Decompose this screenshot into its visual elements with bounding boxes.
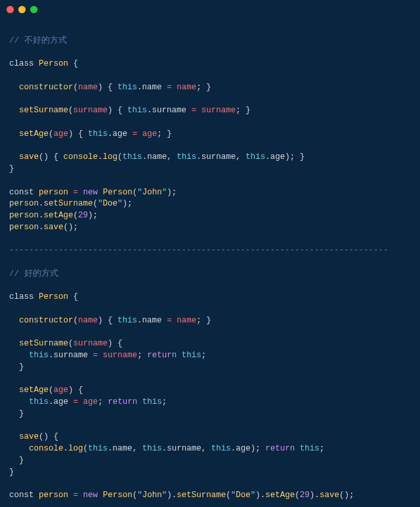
separator-line: ----------------------------------------…: [9, 246, 388, 255]
param-name: name: [78, 83, 98, 92]
method-save: save: [19, 152, 39, 162]
comment-good-line: // 好的方式: [9, 269, 58, 278]
method-setsurname: setSurname: [19, 106, 68, 115]
keyword-class: class: [9, 59, 34, 68]
keyword-return: return: [147, 351, 177, 360]
method-constructor: constructor: [19, 83, 74, 92]
class-name: Person: [39, 59, 68, 68]
comment-bad-line: // 不好的方式: [9, 36, 67, 45]
keyword-this: this: [117, 83, 137, 92]
close-icon[interactable]: [7, 6, 14, 13]
maximize-icon[interactable]: [30, 6, 37, 13]
window-titlebar: [0, 0, 420, 18]
keyword-const: const: [9, 188, 34, 197]
minimize-icon[interactable]: [18, 6, 26, 13]
code-block: // 不好的方式 class Person { constructor(name…: [0, 18, 420, 507]
method-setage: setAge: [19, 129, 49, 139]
keyword-new: new: [83, 188, 98, 197]
